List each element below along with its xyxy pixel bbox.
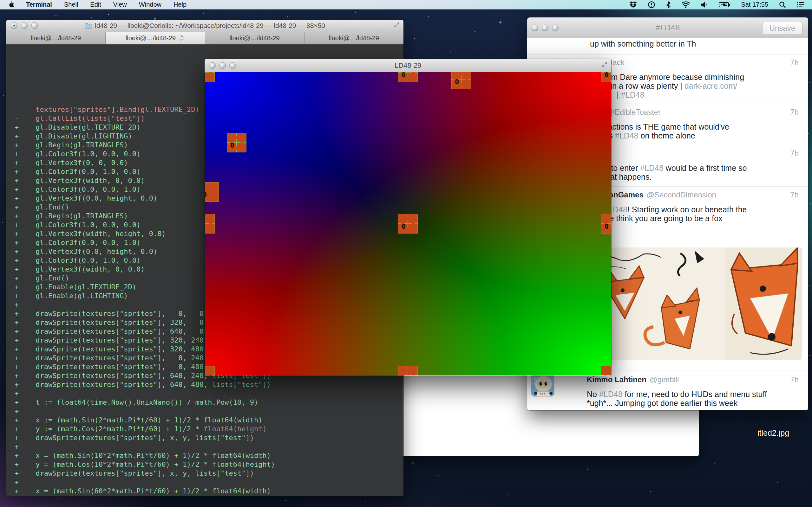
game-sprite: 0 <box>398 366 418 376</box>
tweet-timestamp: 7h <box>790 375 799 384</box>
close-button[interactable] <box>11 22 17 29</box>
game-sprite: 0 <box>205 214 215 233</box>
tweet-text: ning #LD48! Starting work on our beneath… <box>587 205 806 214</box>
fullscreen-icon[interactable] <box>393 21 400 30</box>
tweet-author: Kimmo Lahtinen <box>587 375 647 384</box>
apple-menu-icon[interactable] <box>8 1 14 8</box>
window-title: #LD48 <box>656 23 680 33</box>
wifi-icon[interactable] <box>681 1 690 8</box>
folder-icon <box>85 22 92 29</box>
terminal-line: + y = (math.Cos(60*2*math.Pi*t/60) + 1)/… <box>14 496 403 496</box>
tweet-text: "wins" in a row was plenty | dark-acre.c… <box>587 81 806 90</box>
close-button[interactable] <box>209 62 216 69</box>
terminal-line: + <box>14 407 403 416</box>
volume-icon[interactable] <box>701 2 708 8</box>
terminal-line: + x := (math.Sin(2*math.Pi*t/60) + 1)/2 … <box>14 416 403 425</box>
tweet-row[interactable]: rd Jr@EdibleToaster 7h rog Fractions is … <box>587 108 806 140</box>
tweet-row[interactable]: Kimmo Lahtinen@gimblll 7h No #LD48 for m… <box>587 375 806 407</box>
tweet-timestamp: 7h <box>790 149 799 158</box>
desktop: itled2.jpg #LD48 Unsave up with somethin… <box>0 0 812 507</box>
tweet-handle[interactable]: @EdibleToaster <box>607 108 661 116</box>
hashtag-link[interactable]: #LD48 <box>621 90 645 99</box>
menu-item-shell[interactable]: Shell <box>64 1 78 8</box>
hashtag-link[interactable]: #LD48 <box>640 164 664 172</box>
menu-item-edit[interactable]: Edit <box>90 1 101 8</box>
hashtag-link[interactable]: #LD48 <box>615 131 639 140</box>
tweet-row[interactable]: mensionGames@SecondDimension 7h ning #LD… <box>587 190 806 223</box>
gl-window: LD48-29 0 0 0 0 0 0 0 0 0 0 0 0 <box>205 59 611 376</box>
game-sprite-moving: 0 <box>205 182 219 202</box>
tweet-text-clipped: up with something better in Th <box>590 39 696 49</box>
tweet-separator <box>527 54 808 55</box>
tweet-link[interactable]: dark-acre.com/ <box>684 81 738 90</box>
game-sprite: 0 <box>205 366 215 376</box>
unsave-button[interactable]: Unsave <box>762 22 803 34</box>
menu-item-view[interactable]: View <box>113 1 127 8</box>
tweet-text: No #LD48 for me, need to do HUDs and men… <box>587 390 806 399</box>
tweet-row[interactable]: erPlay 7h mpted to enter #LD48 would be … <box>587 149 806 181</box>
window-title: LD48-29 <box>395 61 421 70</box>
sprite-counter: 0 <box>605 374 609 376</box>
terminal-line: + y := (math.Cos(2*math.Pi*t/60) + 1)/2 … <box>14 425 403 434</box>
tweet-handle[interactable]: @gimblll <box>650 375 679 384</box>
terminal-line: + <box>14 389 403 398</box>
zoom-button[interactable] <box>552 24 559 31</box>
avatar[interactable] <box>531 374 554 396</box>
menu-item-window[interactable]: Window <box>139 1 161 8</box>
game-sprite: 0 <box>601 366 611 376</box>
terminal-tab[interactable]: lloeki@…/ld48-29 <box>205 32 305 44</box>
terminal-line: + x = (math.Sin(60*2*math.Pi*t/60) + 1)/… <box>14 487 403 496</box>
terminal-tab[interactable]: lloeki@…/ld48-29 <box>6 32 106 44</box>
dropbox-icon[interactable] <box>629 1 637 8</box>
opengl-gradient-canvas: 0 0 0 0 0 0 0 0 0 0 0 0 <box>205 72 611 376</box>
game-sprite: 0 <box>601 72 611 82</box>
notification-center-icon[interactable] <box>797 2 804 8</box>
spinner-icon <box>179 35 185 41</box>
menu-app-name[interactable]: Terminal <box>26 1 52 8</box>
twitter-titlebar[interactable]: #LD48 Unsave <box>527 17 808 38</box>
tweet-photo-fox-sketches[interactable] <box>585 247 802 360</box>
tweet-text: rog Fractions is THE game that would've <box>587 122 806 131</box>
minimize-button[interactable] <box>542 24 548 31</box>
gl-titlebar[interactable]: LD48-29 <box>205 59 611 72</box>
terminal-line: + x = (math.Sin(10*2*math.Pi*t/60) + 1)/… <box>14 451 403 460</box>
tweet-timestamp: 7h <box>790 190 799 199</box>
menu-item-help[interactable]: Help <box>173 1 187 8</box>
desktop-file-label[interactable]: itled2.jpg <box>757 429 789 438</box>
fullscreen-icon[interactable] <box>601 61 608 70</box>
sprite-counter: 0 <box>230 141 235 149</box>
game-sprite: 0 <box>601 214 611 233</box>
tweet-row[interactable]: rkAcreJack 7h o Ludum Dare anymore becau… <box>587 58 806 99</box>
minimize-button[interactable] <box>219 62 226 69</box>
terminal-line: + drawSprite(textures["sprites"], x, y, … <box>14 469 403 478</box>
close-button[interactable] <box>531 24 538 31</box>
menu-bar: Terminal Shell Edit View Window Help <box>0 0 812 9</box>
spotlight-icon[interactable] <box>779 1 786 8</box>
sprite-counter: 0 <box>605 222 609 230</box>
window-title: ld48-29 — lloeki@Coriolis: ~/Workspace/p… <box>95 22 325 30</box>
bluetooth-icon[interactable] <box>666 1 670 8</box>
zoom-button[interactable] <box>229 62 236 69</box>
zoom-button[interactable] <box>31 22 38 29</box>
tweet-text: how that happens. <box>587 172 806 181</box>
tweet-timestamp: 7h <box>790 108 799 117</box>
terminal-tabbar: lloeki@…/ld48-29 lloeki@…/ld48-29 <box>6 32 403 45</box>
sync-alert-icon[interactable] <box>648 1 655 9</box>
tweet-text: months #LD48 on theme alone <box>587 131 806 140</box>
tweet-text: o Ludum Dare anymore because diminishing <box>587 72 806 81</box>
tweet-handle[interactable]: @SecondDimension <box>647 190 716 199</box>
tweet-text: *ugh*... Jumping got done earlier this w… <box>587 399 806 407</box>
terminal-line: + drawSprite(textures["sprites"], 640, 4… <box>14 380 403 389</box>
game-sprite: 0 <box>398 72 418 82</box>
terminal-titlebar[interactable]: ld48-29 — lloeki@Coriolis: ~/Workspace/p… <box>6 20 403 32</box>
minimize-button[interactable] <box>21 22 28 29</box>
terminal-line: + <box>14 442 403 451</box>
battery-charging-icon[interactable] <box>719 2 730 8</box>
terminal-line: + y = (math.Cos(10*2*math.Pi*t/60) + 1)/… <box>14 460 403 469</box>
sprite-counter: 0 <box>402 222 406 230</box>
menu-clock[interactable]: Sat 17:55 <box>741 1 768 8</box>
terminal-tab[interactable]: lloeki@…/ld48-29 <box>305 32 403 44</box>
terminal-tab-active[interactable]: lloeki@…/ld48-29 <box>106 32 205 44</box>
tweet-text: mpted to enter #LD48 would be a first ti… <box>587 164 806 172</box>
hashtag-link[interactable]: #LD48 <box>599 390 623 399</box>
